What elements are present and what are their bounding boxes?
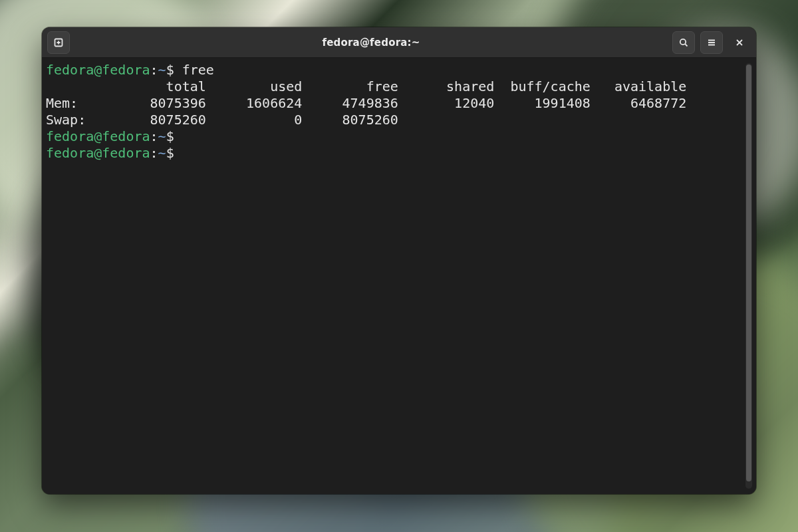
- prompt-userhost: fedora@fedora: [46, 62, 150, 78]
- new-tab-icon: [53, 37, 64, 48]
- prompt-path: ~: [158, 62, 166, 78]
- window-title: fedora@fedora:~: [75, 37, 667, 49]
- prompt-sep: :: [150, 128, 158, 144]
- svg-line-4: [685, 44, 687, 46]
- close-icon: [735, 38, 744, 47]
- free-mem-row: Mem: 8075396 1606624 4749836 12040 19914…: [46, 95, 686, 111]
- terminal-window: fedora@fedora:~: [42, 27, 756, 494]
- terminal-body[interactable]: fedora@fedora:~$ free total used free sh…: [42, 58, 756, 494]
- free-swap-row: Swap: 8075260 0 8075260: [46, 112, 398, 128]
- terminal-output: fedora@fedora:~$ free total used free sh…: [46, 62, 744, 162]
- titlebar: fedora@fedora:~: [42, 27, 756, 58]
- terminal-viewport[interactable]: fedora@fedora:~$ free total used free sh…: [45, 62, 745, 490]
- close-button[interactable]: [728, 31, 751, 54]
- prompt-dollar: $: [166, 128, 182, 144]
- prompt-dollar: $: [166, 145, 182, 161]
- prompt-userhost: fedora@fedora: [46, 128, 150, 144]
- prompt-sep: :: [150, 145, 158, 161]
- entered-command: free: [182, 62, 214, 78]
- prompt-path: ~: [158, 128, 166, 144]
- scrollbar[interactable]: [745, 63, 752, 489]
- free-header: total used free shared buff/cache availa…: [46, 78, 686, 94]
- hamburger-menu-icon: [706, 37, 717, 48]
- prompt-sep: :: [150, 62, 158, 78]
- svg-point-3: [680, 39, 686, 44]
- prompt-dollar: $: [166, 62, 182, 78]
- search-button[interactable]: [672, 31, 695, 54]
- menu-button[interactable]: [700, 31, 723, 54]
- scrollbar-thumb[interactable]: [746, 65, 751, 481]
- prompt-userhost: fedora@fedora: [46, 145, 150, 161]
- search-icon: [678, 37, 689, 48]
- prompt-path: ~: [158, 145, 166, 161]
- new-tab-button[interactable]: [47, 31, 70, 54]
